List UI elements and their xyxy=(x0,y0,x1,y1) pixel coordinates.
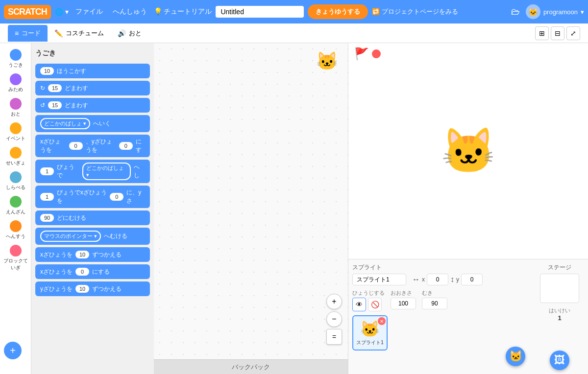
block-glide1[interactable]: 1 びょうで どこかのばしょ ▾ へし xyxy=(35,160,150,183)
tab-code-label: コード xyxy=(22,29,41,38)
sprite-delete-icon[interactable]: ✕ xyxy=(378,317,386,325)
size-input[interactable] xyxy=(391,298,416,309)
block-changey[interactable]: yざひょうを 10 ずつかえる xyxy=(35,281,150,296)
direction-input[interactable] xyxy=(422,298,447,309)
block-changey-val[interactable]: 10 xyxy=(75,285,89,293)
category-dot-myblocks xyxy=(10,245,22,257)
category-variables[interactable]: へんすう xyxy=(0,218,31,242)
x-input[interactable] xyxy=(427,274,448,285)
sprite-name-input[interactable] xyxy=(352,274,406,285)
sprite-thumb-label: スプライト1 xyxy=(356,339,384,346)
sprite-thumb-1[interactable]: ✕ 🐱 スプライト1 xyxy=(352,315,388,351)
category-looks[interactable]: みため xyxy=(0,71,31,95)
category-events[interactable]: イベント xyxy=(0,120,31,144)
category-label-sound: おと xyxy=(11,111,21,117)
block-toward[interactable]: マウスのポインター ▾ へむける xyxy=(35,228,150,245)
goto-dropdown[interactable]: どこかのばしょ ▾ xyxy=(40,118,90,129)
y-label: y xyxy=(456,276,459,283)
code-tab-icon: ≡ xyxy=(15,29,19,37)
block-glide2[interactable]: 1 びょうでxざひょうを 0 に、yさ xyxy=(35,186,150,208)
block-setxy[interactable]: xざひょうを 0 、yざひょうを 0 にす xyxy=(35,135,150,157)
edit-menu[interactable]: へんしゅう xyxy=(110,5,150,18)
zoom-in-button[interactable]: + xyxy=(326,294,342,309)
sprite-thumb-cat: 🐱 xyxy=(360,320,380,338)
globe-button[interactable]: 🌐 ▾ xyxy=(55,8,69,16)
green-flag-button[interactable]: 🚩 xyxy=(354,47,369,61)
file-menu[interactable]: ファイル xyxy=(73,5,106,18)
sprite-panel-title: スプライト xyxy=(352,263,529,272)
project-page-button[interactable]: 🔁 プロジェクトページをみる xyxy=(372,7,458,16)
add-sprite-area: 🐱 xyxy=(352,351,529,370)
block-turn-left-val[interactable]: 15 xyxy=(48,101,62,109)
block-turn-left[interactable]: ↺ 15 どまわす xyxy=(35,98,150,113)
stage-mini-preview[interactable] xyxy=(540,274,579,303)
tab-code[interactable]: ≡ コード xyxy=(8,25,48,42)
block-turn-right[interactable]: ↻ 15 どまわす xyxy=(35,81,150,95)
show-button[interactable]: 👁 xyxy=(352,298,366,311)
backpack-bar[interactable]: バックパック xyxy=(154,359,348,374)
block-changex-label: xざひょうを xyxy=(40,251,73,259)
block-glide1-dropdown[interactable]: どこかのばしょ ▾ xyxy=(82,163,131,180)
fit-button[interactable]: = xyxy=(326,329,342,345)
stop-button[interactable] xyxy=(372,49,381,58)
background-count: 1 xyxy=(558,314,561,322)
block-setx-val[interactable]: 0 xyxy=(75,268,89,276)
block-setx[interactable]: xざひょうを 0 にする xyxy=(35,264,150,279)
folder-icon[interactable]: 🗁 xyxy=(509,5,522,19)
add-sprite-icon: 🐱 xyxy=(509,350,522,363)
y-input[interactable] xyxy=(461,274,483,285)
zoom-controls: + − = xyxy=(326,294,342,345)
share-button[interactable]: きょうゆうする xyxy=(308,4,368,19)
add-ext-icon: + xyxy=(10,345,16,356)
add-stage-button[interactable]: 🖼 xyxy=(550,351,569,370)
costume-tab-icon: ✏️ xyxy=(54,29,63,37)
script-area[interactable]: 🐱 + − = バックパック xyxy=(154,43,348,374)
block-glide1-sec[interactable]: 1 xyxy=(40,167,54,175)
show-label: ひょうじする xyxy=(352,289,385,297)
tutorial-button[interactable]: 💡 チュートリアル xyxy=(154,7,212,16)
category-myblocks[interactable]: ブロックていぎ xyxy=(0,243,31,273)
user-menu[interactable]: 🐱 programoon ▾ xyxy=(526,4,584,19)
block-direction-val[interactable]: 90 xyxy=(40,214,54,222)
category-label-events: イベント xyxy=(6,135,25,142)
category-dot-sensing xyxy=(10,171,22,183)
block-move-val[interactable]: 10 xyxy=(40,67,54,75)
split-view-button[interactable]: ⊞ xyxy=(535,26,549,40)
category-sensing[interactable]: しらべる xyxy=(0,169,31,193)
category-label-operators: えんざん xyxy=(6,209,25,215)
sound-tab-icon: 🔊 xyxy=(118,29,126,37)
block-glide2-xval[interactable]: 0 xyxy=(110,193,123,201)
project-title-input[interactable] xyxy=(216,6,304,18)
category-control[interactable]: せいぎょ xyxy=(0,145,31,168)
category-sound[interactable]: おと xyxy=(0,96,31,119)
category-label-sensing: しらべる xyxy=(6,184,25,191)
narrow-view-button[interactable]: ⊟ xyxy=(551,26,564,40)
block-move[interactable]: 10 ほうこかす xyxy=(35,64,150,78)
category-operators[interactable]: えんざん xyxy=(0,194,31,217)
tab-sound[interactable]: 🔊 おと xyxy=(111,25,148,42)
block-changex-val[interactable]: 10 xyxy=(75,251,89,258)
block-turn-right-val[interactable]: 15 xyxy=(48,84,62,92)
zoom-out-button[interactable]: − xyxy=(326,311,342,327)
toward-dropdown[interactable]: マウスのポインター ▾ xyxy=(40,231,101,242)
block-changex[interactable]: xざひょうを 10 ずつかえる xyxy=(35,247,150,262)
category-label-myblocks: ブロックていぎ xyxy=(1,257,30,271)
add-sprite-button[interactable]: 🐱 xyxy=(506,347,525,366)
size-field: おおきさ xyxy=(391,289,416,311)
background-label: はいけい xyxy=(549,307,570,314)
block-setxy-yval[interactable]: 0 xyxy=(119,142,133,150)
sprite-header: ↔ x ↕ y xyxy=(352,274,529,285)
add-extension-button[interactable]: + xyxy=(4,342,22,359)
hide-button[interactable]: 🚫 xyxy=(368,298,382,311)
tab-costume[interactable]: ✏️ コスチューム xyxy=(48,25,111,42)
fullscreen-button[interactable]: ⤢ xyxy=(566,26,580,40)
block-goto[interactable]: どこかのばしょ ▾ へいく xyxy=(35,115,150,132)
block-direction[interactable]: 90 どにむける xyxy=(35,210,150,225)
stage-preview[interactable]: 🚩 🐱 xyxy=(348,43,588,259)
block-glide2-sec[interactable]: 1 xyxy=(40,193,54,201)
category-motion[interactable]: うごき xyxy=(0,47,31,70)
x-arrow-icon: ↔ xyxy=(412,275,420,284)
chevron-icon: ▾ xyxy=(581,8,584,16)
category-dot-events xyxy=(10,122,22,134)
block-setxy-xval[interactable]: 0 xyxy=(69,142,83,150)
